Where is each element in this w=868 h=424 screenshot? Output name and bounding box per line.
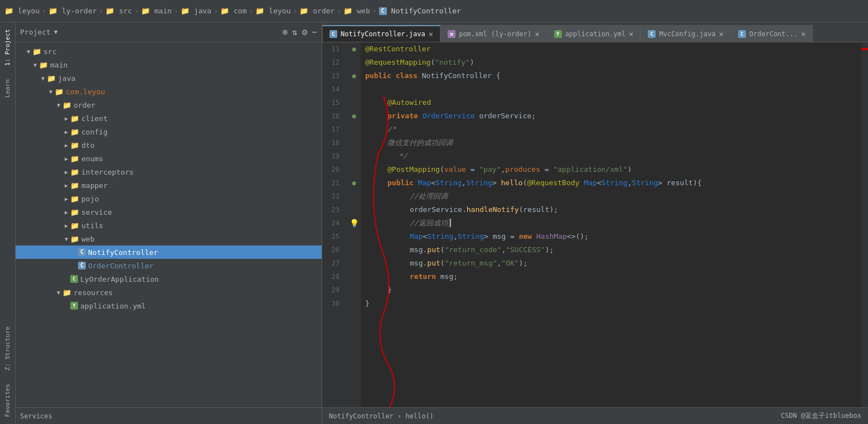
tab-notify[interactable]: C NotifyController.java ×: [322, 25, 440, 42]
tab-ordercont[interactable]: C OrderCont... ×: [731, 25, 813, 42]
tab-mvcconfig[interactable]: C MvcConfig.java ×: [641, 25, 731, 42]
code-line-18: 微信支付的成功回调: [365, 136, 857, 150]
tree-item-service[interactable]: 📁 service: [16, 205, 322, 219]
ln-22: 22: [327, 190, 343, 203]
code-line-29: }: [365, 283, 857, 297]
ln-28: 28: [327, 270, 343, 283]
tab-icon-pom: m: [448, 30, 455, 38]
sidebar-tab-favorites[interactable]: Favorites: [0, 377, 16, 424]
line-numbers: 11 12 13 14 15 16 17 18 19 20 21 22 23 2…: [322, 42, 347, 407]
tree-item-comleyou[interactable]: 📁 com.leyou: [16, 85, 322, 98]
label-main: main: [50, 61, 67, 69]
gutter-19: [347, 150, 361, 163]
breadcrumb-leyou[interactable]: leyou: [18, 7, 40, 15]
tab-close-appyml[interactable]: ×: [629, 30, 633, 38]
breadcrumb-main[interactable]: main: [154, 7, 172, 15]
bottom-services[interactable]: Services: [16, 407, 322, 424]
tree-item-client[interactable]: 📁 client: [16, 112, 322, 125]
folder-icon-dto-tree: 📁: [70, 141, 79, 150]
tab-icon-notify: C: [329, 30, 337, 38]
folder-icon-client-tree: 📁: [70, 114, 79, 123]
panel-title-text: Project: [20, 28, 51, 36]
code-content[interactable]: @RestController @RequestMapping("notify"…: [361, 42, 861, 407]
gutter-16: ●: [347, 109, 361, 123]
class-icon-lyorder: C: [70, 275, 78, 283]
sidebar-tab-structure-label: Z: Structure: [4, 326, 11, 370]
panel-add-icon[interactable]: ⊕: [282, 27, 288, 37]
breadcrumb: 📁 leyou › 📁 ly-order › 📁 src › 📁 main › …: [4, 7, 461, 15]
tree-item-interceptors[interactable]: 📁 interceptors: [16, 165, 322, 179]
tree-item-web[interactable]: 📁 web: [16, 232, 322, 245]
tree-item-orderctrl[interactable]: C OrderController: [16, 259, 322, 272]
arrow-utils: [62, 223, 70, 229]
tree-item-mapper[interactable]: 📁 mapper: [16, 179, 322, 192]
bulb-icon-24[interactable]: 💡: [350, 219, 359, 228]
tab-close-mvcconfig[interactable]: ×: [719, 30, 724, 38]
breadcrumb-lyorder[interactable]: ly-order: [62, 7, 97, 15]
tab-icon-appyml: Y: [554, 30, 562, 38]
tree-item-appyml[interactable]: Y application.yml: [16, 299, 322, 312]
gutter-17: [347, 123, 361, 136]
folder-icon-pojo-tree: 📁: [70, 195, 79, 203]
sidebar-tab-structure[interactable]: Z: Structure: [0, 320, 16, 377]
panel-title: Project ▼: [20, 28, 57, 36]
tab-pom[interactable]: m pom.xml (ly-order) ×: [440, 25, 546, 42]
folder-icon-java: 📁: [181, 7, 190, 15]
tree-item-utils[interactable]: 📁 utils: [16, 219, 322, 232]
breadcrumb-web[interactable]: web: [357, 7, 370, 15]
ln-17: 17: [327, 123, 343, 136]
tree-item-enums[interactable]: 📁 enums: [16, 152, 322, 165]
tree-item-dto[interactable]: 📁 dto: [16, 138, 322, 152]
label-src: src: [43, 47, 56, 56]
tab-icon-mvcconfig: C: [648, 30, 656, 38]
ln-25: 25: [327, 230, 343, 243]
ln-24: 24: [327, 216, 343, 230]
gutter-21: ●: [347, 176, 361, 190]
folder-icon-order-tree: 📁: [62, 101, 71, 109]
breadcrumb-src[interactable]: src: [119, 7, 132, 15]
right-gutter-error: [861, 48, 868, 50]
breadcrumb-notify[interactable]: NotifyController: [391, 7, 461, 15]
folder-icon-utils-tree: 📁: [70, 221, 79, 230]
tab-close-notify[interactable]: ×: [429, 30, 433, 38]
top-toolbar: 📁 leyou › 📁 ly-order › 📁 src › 📁 main › …: [0, 0, 868, 22]
arrow-service: [62, 209, 70, 215]
label-order: order: [74, 101, 95, 109]
folder-icon-enums-tree: 📁: [70, 155, 79, 163]
breadcrumb-com[interactable]: com: [234, 7, 246, 15]
sidebar-tab-learn[interactable]: Learn: [0, 73, 16, 104]
panel-settings-icon[interactable]: ⚙: [302, 27, 308, 37]
tree-item-resources[interactable]: 📁 resources: [16, 286, 322, 299]
breadcrumb-java[interactable]: java: [194, 7, 211, 15]
code-line-14: [365, 83, 857, 96]
gutter-12: [347, 56, 361, 69]
folder-icon-main: 📁: [141, 7, 150, 15]
folder-icon-java-tree: 📁: [47, 74, 56, 83]
gutter-26: [347, 243, 361, 257]
ln-27: 27: [327, 257, 343, 270]
panel-minimize-icon[interactable]: −: [312, 27, 317, 37]
tree-item-src[interactable]: 📁 src: [16, 45, 322, 58]
code-line-22: //处理回调: [365, 190, 857, 203]
folder-icon-mapper-tree: 📁: [70, 181, 79, 190]
label-utils: utils: [81, 221, 103, 230]
panel-sort-icon[interactable]: ⇅: [292, 27, 298, 37]
tree-item-config[interactable]: 📁 config: [16, 125, 322, 138]
tree-item-java[interactable]: 📁 java: [16, 71, 322, 85]
tab-appyml[interactable]: Y application.yml ×: [547, 25, 641, 42]
tree-item-main[interactable]: 📁 main: [16, 58, 322, 71]
arrow-src: [25, 49, 32, 55]
tab-close-pom[interactable]: ×: [535, 30, 539, 38]
gutter-25: [347, 230, 361, 243]
breadcrumb-order[interactable]: order: [313, 7, 334, 15]
tree-item-notify[interactable]: C NotifyController: [16, 245, 322, 259]
status-bar: NotifyController › hello() CSDN @蓝盒子itbl…: [322, 407, 868, 424]
tab-icon-ordercont: C: [738, 30, 746, 38]
tree-item-lyorderapp[interactable]: C LyOrderApplication: [16, 272, 322, 286]
tree-item-pojo[interactable]: 📁 pojo: [16, 192, 322, 205]
tree-item-order[interactable]: 📁 order: [16, 98, 322, 112]
sidebar-tab-project[interactable]: 1: Project: [0, 22, 16, 73]
breadcrumb-leyou2[interactable]: leyou: [269, 7, 290, 15]
tab-label-ordercont: OrderCont...: [749, 30, 798, 38]
tab-close-ordercont[interactable]: ×: [801, 30, 806, 38]
